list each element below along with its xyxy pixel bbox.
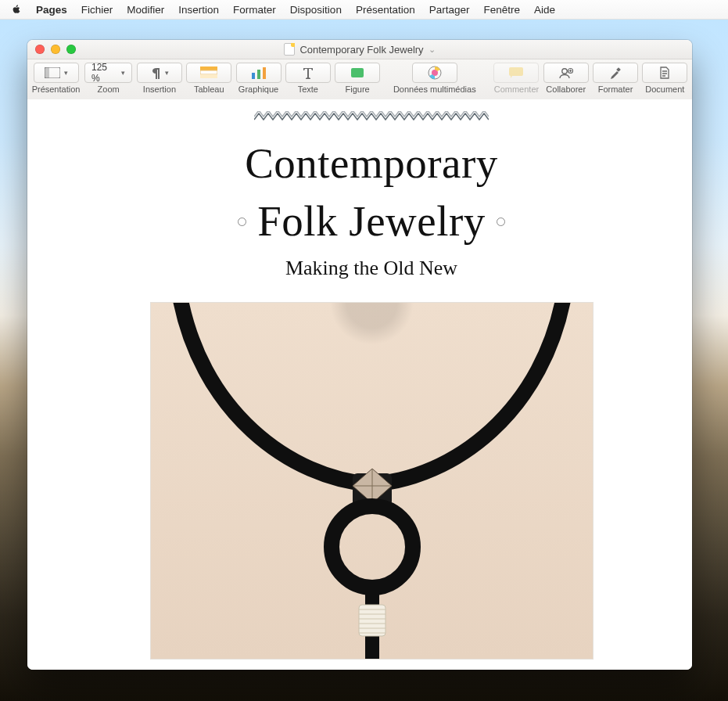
document-title[interactable]: Contemporary Folk Jewelry — [106, 139, 637, 246]
toolbar: ▾ Présentation 125 %▾ Zoom ▾ Insertion T… — [27, 59, 692, 104]
paragraph-icon — [150, 67, 161, 79]
document-title-line1: Contemporary — [106, 139, 637, 188]
svg-point-19 — [332, 506, 413, 588]
necklace-illustration — [151, 303, 593, 659]
toolbar-collaborer[interactable]: Collaborer — [543, 63, 588, 94]
toolbar-texte[interactable]: Texte — [285, 63, 330, 94]
text-icon — [302, 67, 314, 79]
zoom-button[interactable] — [66, 45, 76, 54]
toolbar-presentation[interactable]: ▾ Présentation — [32, 63, 80, 94]
toolbar-medias[interactable]: Données multimédias — [385, 63, 485, 94]
menubar-item-modifier[interactable]: Modifier — [127, 4, 164, 16]
toolbar-figure[interactable]: Figure — [335, 63, 379, 94]
toolbar-graphique[interactable]: Graphique — [236, 63, 281, 94]
document-canvas[interactable]: Contemporary Folk Jewelry Making the Old… — [27, 99, 692, 670]
view-icon — [45, 67, 60, 78]
document-proxy-icon[interactable] — [284, 43, 295, 56]
menubar-item-partager[interactable]: Partager — [429, 4, 470, 16]
toolbar-label: Collaborer — [546, 84, 586, 94]
svg-rect-3 — [200, 70, 217, 74]
media-icon — [428, 66, 442, 80]
toolbar-formater[interactable]: Formater — [593, 63, 637, 94]
svg-rect-14 — [616, 67, 621, 72]
window-titlebar[interactable]: Contemporary Folk Jewelry ⌄ — [27, 40, 692, 59]
format-brush-icon — [609, 67, 622, 79]
menubar-item-fichier[interactable]: Fichier — [81, 4, 113, 16]
decorative-ring-icon — [238, 217, 246, 226]
menubar-item-insertion[interactable]: Insertion — [178, 4, 219, 16]
chevron-down-icon[interactable]: ⌄ — [429, 45, 436, 55]
window-controls — [27, 45, 76, 54]
window-title-text: Contemporary Folk Jewelry — [299, 44, 423, 56]
toolbar-zoom[interactable]: 125 %▾ Zoom — [84, 63, 132, 94]
toolbar-label: Formater — [598, 84, 633, 94]
svg-rect-1 — [45, 67, 49, 78]
menubar-item-formater[interactable]: Formater — [233, 4, 276, 16]
menubar-item-disposition[interactable]: Disposition — [290, 4, 342, 16]
toolbar-label: Graphique — [238, 84, 278, 94]
chart-icon — [250, 67, 267, 79]
chevron-down-icon: ▾ — [64, 69, 68, 77]
apple-menu-icon[interactable] — [11, 4, 22, 15]
decorative-ring-icon — [497, 217, 505, 226]
svg-rect-4 — [200, 74, 217, 78]
menubar-item-presentation[interactable]: Présentation — [356, 4, 415, 16]
table-icon — [200, 67, 217, 79]
toolbar-label: Présentation — [32, 84, 81, 94]
minimize-button[interactable] — [51, 45, 60, 54]
menubar-app-name[interactable]: Pages — [36, 4, 67, 16]
app-window: Contemporary Folk Jewelry ⌄ ▾ Présentati… — [27, 40, 692, 670]
svg-rect-6 — [257, 70, 260, 79]
close-button[interactable] — [35, 45, 45, 54]
svg-rect-11 — [509, 67, 523, 76]
toolbar-label: Tableau — [194, 84, 224, 94]
document-image[interactable] — [150, 302, 594, 660]
toolbar-commenter: Commenter — [494, 63, 539, 94]
document-icon — [659, 67, 670, 79]
shape-icon — [350, 67, 364, 79]
toolbar-label: Insertion — [143, 84, 176, 94]
menubar-item-aide[interactable]: Aide — [534, 4, 555, 16]
svg-rect-7 — [263, 67, 266, 79]
document-subtitle[interactable]: Making the Old New — [106, 257, 637, 280]
svg-rect-8 — [351, 68, 364, 77]
toolbar-label: Commenter — [494, 84, 539, 94]
chevron-down-icon: ▾ — [121, 69, 125, 77]
svg-rect-5 — [252, 73, 255, 79]
svg-point-12 — [562, 69, 567, 74]
svg-rect-2 — [200, 67, 217, 70]
toolbar-label: Données multimédias — [393, 84, 476, 94]
collaborate-icon — [558, 67, 574, 79]
chevron-down-icon: ▾ — [165, 69, 169, 77]
menubar-item-fenetre[interactable]: Fenêtre — [483, 4, 520, 16]
toolbar-document[interactable]: Document — [643, 63, 687, 94]
toolbar-label: Zoom — [98, 84, 120, 94]
toolbar-label: Figure — [346, 84, 370, 94]
document-title-line2: Folk Jewelry — [257, 197, 486, 246]
toolbar-label: Document — [645, 84, 684, 94]
comment-icon — [508, 67, 524, 79]
window-title: Contemporary Folk Jewelry ⌄ — [27, 43, 692, 56]
page[interactable]: Contemporary Folk Jewelry Making the Old… — [106, 111, 637, 660]
toolbar-label: Texte — [298, 84, 318, 94]
macos-menubar: Pages Fichier Modifier Insertion Formate… — [0, 0, 728, 20]
toolbar-insertion[interactable]: ▾ Insertion — [137, 63, 181, 94]
toolbar-tableau[interactable]: Tableau — [187, 63, 231, 94]
zoom-value: 125 % — [91, 62, 117, 84]
decorative-zigzag — [106, 111, 637, 125]
